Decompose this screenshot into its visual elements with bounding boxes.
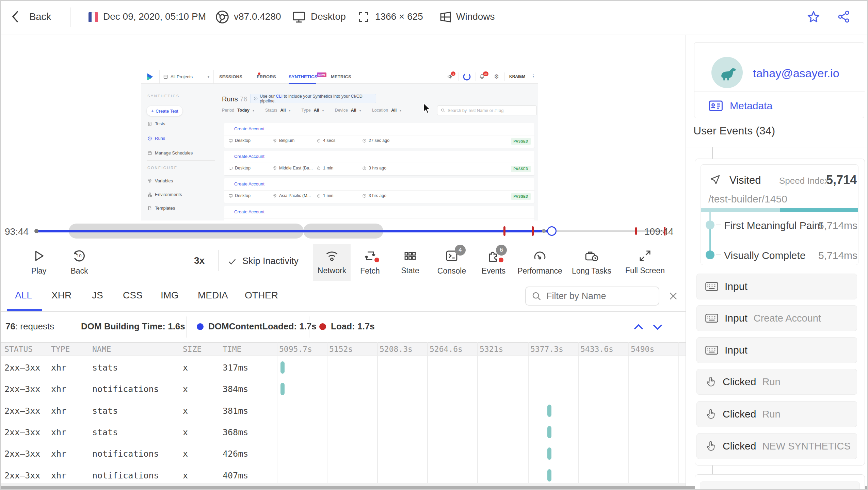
- next-event-chevron-icon[interactable]: [652, 322, 664, 332]
- performance-button[interactable]: Performance: [519, 244, 560, 280]
- network-tab-all[interactable]: ALL: [15, 290, 32, 301]
- network-button[interactable]: Network: [313, 244, 351, 280]
- hand-pointer-icon: [705, 408, 717, 420]
- app-sidebar-item-tests: Tests: [147, 121, 165, 126]
- run-card: Create Account Desktop Middle East (Ba..…: [224, 151, 534, 175]
- network-row[interactable]: 2xx–3xxxhrnotificationsx426ms: [0, 443, 684, 464]
- fmp-value: 5,714ms: [818, 220, 857, 231]
- dom-building-time: DOM Building Time: 1.6s: [81, 321, 185, 332]
- network-tab-xhr[interactable]: XHR: [51, 290, 71, 301]
- request-timing-bar: [547, 405, 551, 417]
- run-card: Create Account Desktop Asia Pacific (M..…: [224, 178, 534, 203]
- network-row[interactable]: 2xx–3xxxhrstatsx381ms: [0, 400, 684, 421]
- network-row[interactable]: 2xx–3xxxhrnotificationsx384ms: [0, 378, 684, 399]
- col-type: TYPE: [51, 342, 70, 356]
- event-item-clicked[interactable]: ClickedRun: [696, 401, 857, 427]
- device-icon: [291, 10, 306, 24]
- event-item-input[interactable]: Input: [696, 337, 857, 363]
- play-button[interactable]: Play: [23, 244, 54, 280]
- user-events-title: User Events (34): [693, 125, 775, 137]
- events-divider: [686, 147, 868, 147]
- app-tab-synthetics: SYNTHETICS: [289, 70, 317, 83]
- app-tab-underline: [289, 83, 316, 84]
- network-summary-row: 76: requests DOM Building Time: 1.6s DOM…: [0, 312, 686, 342]
- app-sidebar-item-environments: Environments: [147, 192, 182, 197]
- request-timing-bar: [280, 361, 285, 374]
- close-panel-icon[interactable]: [668, 291, 679, 301]
- timeline-track[interactable]: [36, 220, 666, 242]
- app-user-name: KRAIEM: [509, 74, 525, 79]
- timeline-playhead[interactable]: [547, 226, 557, 236]
- state-button[interactable]: State: [393, 244, 427, 280]
- filter-input-box[interactable]: [525, 287, 659, 306]
- favorite-star-icon[interactable]: [806, 10, 821, 24]
- col-time: TIME: [223, 342, 241, 356]
- col-t4: 5321s: [480, 342, 503, 356]
- run-status-badge: PASSED: [511, 166, 531, 172]
- visited-card[interactable]: Visited Speed Index 5,714 /test-builder/…: [701, 164, 858, 265]
- timeline-section: 93:44 109:44: [0, 220, 686, 244]
- os-label: Windows: [456, 11, 495, 22]
- search-icon: [531, 291, 542, 301]
- resolution-icon: [357, 10, 370, 24]
- events-button[interactable]: 6 Events: [477, 244, 511, 280]
- user-card-divider: [694, 92, 865, 92]
- event-connector: [712, 147, 713, 159]
- event-item-clicked[interactable]: ClickedRun: [696, 369, 857, 395]
- long-tasks-button[interactable]: Long Tasks: [571, 244, 612, 280]
- network-tab-media[interactable]: MEDIA: [198, 290, 228, 301]
- network-tab-img[interactable]: IMG: [161, 290, 179, 301]
- app-sidebar-section-configure: CONFIGURE: [147, 166, 178, 170]
- full-screen-button[interactable]: Full Screen: [623, 244, 667, 280]
- requests-count: 76: [5, 321, 15, 331]
- fmp-dash: [716, 225, 721, 225]
- dcl-dot: [197, 323, 204, 330]
- network-tab-other[interactable]: OTHER: [245, 290, 278, 301]
- load-time: Load: 1.7s: [331, 321, 375, 332]
- col-t0: 5095.7s: [279, 342, 312, 356]
- fetch-button[interactable]: Fetch: [353, 244, 387, 280]
- prev-event-chevron-icon[interactable]: [632, 322, 645, 332]
- app-new-badge: NEW: [317, 72, 326, 77]
- app-page-title: Runs 76: [222, 95, 247, 103]
- event-item-input[interactable]: InputCreate Account: [696, 305, 857, 331]
- event-item-input[interactable]: Input: [696, 274, 857, 299]
- timeline-gray-marker: [542, 229, 546, 233]
- vc-value: 5,714ms: [818, 250, 857, 261]
- network-tab-css[interactable]: CSS: [123, 290, 143, 301]
- check-icon: [227, 257, 237, 266]
- run-name-link: Create Account: [234, 209, 264, 214]
- network-row[interactable]: 2xx–3xxxhrstatsx317ms: [0, 357, 684, 378]
- back-10s-button[interactable]: 10 Back: [64, 244, 95, 280]
- top-bar: Back Dec 09, 2020, 05:10 PM v87.0.4280 D…: [0, 0, 868, 34]
- timeline-current-time: 93:44: [5, 226, 29, 237]
- resolution-label: 1366 × 625: [375, 11, 423, 22]
- visited-progress-dark: [780, 208, 858, 212]
- metadata-button[interactable]: Metadata: [709, 100, 772, 112]
- vc-dash: [716, 255, 721, 255]
- col-t2: 5208.3s: [380, 342, 413, 356]
- keyboard-icon: [705, 281, 719, 292]
- load-dot: [319, 323, 326, 330]
- col-name: NAME: [92, 342, 111, 356]
- back-button[interactable]: Back: [10, 10, 51, 24]
- app-tab-metrics: METRICS: [331, 70, 351, 83]
- share-icon[interactable]: [837, 10, 851, 24]
- next-events-group: [695, 474, 865, 490]
- network-row[interactable]: 2xx–3xxxhrstatsx368ms: [0, 421, 684, 443]
- event-item-clicked[interactable]: ClickedNEW SYNTHETICS: [696, 433, 857, 459]
- app-search-placeholder: Search by Test Name or #Tag: [448, 108, 503, 113]
- col-t1: 5152s: [329, 342, 353, 356]
- network-tab-js[interactable]: JS: [92, 290, 103, 301]
- console-button[interactable]: 4 Console: [435, 244, 469, 280]
- skip-inactivity-toggle[interactable]: Skip Inactivity: [227, 256, 299, 266]
- request-timing-bar: [547, 426, 551, 438]
- user-email[interactable]: tahay@asayer.io: [753, 67, 839, 80]
- speed-toggle[interactable]: 3x: [194, 255, 205, 266]
- col-status: STATUS: [4, 342, 33, 356]
- filter-input[interactable]: [546, 291, 648, 301]
- hand-pointer-icon: [705, 440, 717, 452]
- hand-pointer-icon: [705, 376, 717, 388]
- app-sidebar-item-schedules: Manage Schedules: [147, 150, 193, 156]
- timeline-event-marker: [503, 226, 505, 236]
